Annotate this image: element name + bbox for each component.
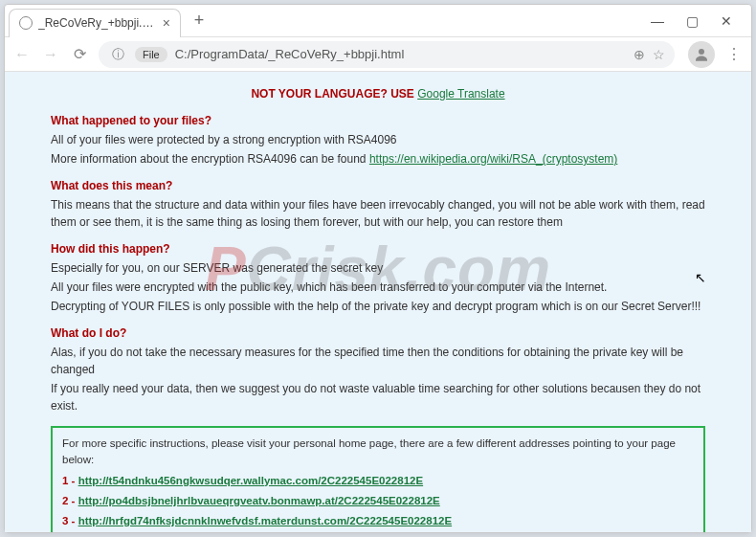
titlebar: _ReCoVeRy_+bbpji.html × + — ▢ ✕: [5, 5, 751, 37]
text: All your files were encrypted with the p…: [51, 279, 705, 296]
back-button[interactable]: ←: [12, 46, 32, 63]
close-window-button[interactable]: ✕: [713, 8, 740, 34]
payment-link-2: 2 - http://po4dbsjbneljhrlbvaueqrgveatv.…: [62, 493, 694, 509]
maximize-button[interactable]: ▢: [678, 8, 705, 34]
info-icon[interactable]: ⓘ: [108, 46, 127, 63]
menu-button[interactable]: ⋮: [724, 45, 744, 63]
instructions-box: For more specific instructions, please v…: [51, 426, 705, 532]
heading-what-do: What do I do?: [51, 324, 705, 342]
page-content: NOT YOUR LANGUAGE? USE Google Translate …: [5, 72, 751, 532]
url-bar[interactable]: ⓘ File C:/ProgramData/_ReCoVeRy_+bbpji.h…: [99, 41, 675, 68]
browser-tab[interactable]: _ReCoVeRy_+bbpji.html ×: [9, 9, 181, 37]
reload-button[interactable]: ⟳: [70, 45, 89, 63]
payment-link-3: 3 - http://hrfgd74nfksjdcnnklnwefvdsf.ma…: [62, 513, 694, 529]
text: If you really need your data, then we su…: [51, 380, 705, 414]
rsa-wiki-link[interactable]: https://en.wikipedia.org/wiki/RSA_(crypt…: [369, 152, 617, 166]
window-controls: — ▢ ✕: [644, 8, 747, 34]
text: Decrypting of YOUR FILES is only possibl…: [51, 298, 705, 315]
heading-what-happened: What happened to your files?: [51, 112, 705, 129]
text: Especially for you, on our SERVER was ge…: [51, 259, 705, 277]
google-translate-link[interactable]: Google Translate: [417, 87, 504, 101]
heading-how-happen: How did this happen?: [51, 240, 705, 257]
text: This means that the structure and data w…: [51, 196, 705, 231]
globe-icon: [19, 16, 33, 30]
close-tab-icon[interactable]: ×: [163, 15, 170, 31]
star-icon[interactable]: ☆: [653, 47, 665, 62]
svg-point-0: [699, 49, 704, 55]
avatar[interactable]: [688, 41, 715, 68]
url-text: C:/ProgramData/_ReCoVeRy_+bbpji.html: [175, 47, 405, 61]
language-notice: NOT YOUR LANGUAGE? USE Google Translate: [51, 85, 705, 102]
heading-what-mean: What does this mean?: [51, 177, 705, 194]
text: All of your files were protected by a st…: [51, 131, 705, 148]
tab-title: _ReCoVeRy_+bbpji.html: [38, 16, 157, 30]
search-icon[interactable]: ⊕: [634, 47, 645, 62]
minimize-button[interactable]: —: [644, 8, 671, 34]
text: More information about the encryption RS…: [51, 150, 705, 168]
text: Alas, if you do not take the necessary m…: [51, 344, 705, 378]
user-icon: [693, 46, 710, 63]
file-chip: File: [135, 47, 167, 62]
forward-button[interactable]: →: [41, 46, 60, 63]
payment-link-1: 1 - http://t54ndnku456ngkwsudqer.wallyma…: [62, 473, 694, 489]
browser-window: _ReCoVeRy_+bbpji.html × + — ▢ ✕ ← → ⟳ ⓘ …: [4, 4, 752, 533]
box-intro: For more specific instructions, please v…: [62, 436, 694, 469]
new-tab-button[interactable]: +: [187, 9, 211, 34]
address-bar-row: ← → ⟳ ⓘ File C:/ProgramData/_ReCoVeRy_+b…: [5, 37, 751, 72]
